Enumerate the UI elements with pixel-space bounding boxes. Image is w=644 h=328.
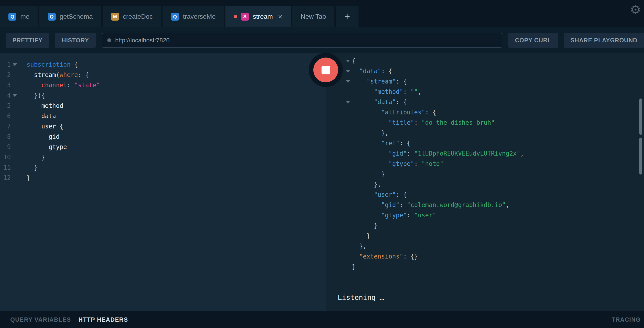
code-text: }){ bbox=[27, 90, 45, 101]
query-line: 12} bbox=[0, 173, 326, 183]
line-number: 2 bbox=[0, 70, 11, 80]
code-text: "method": "", bbox=[352, 87, 422, 97]
query-line: 10 } bbox=[0, 152, 326, 162]
fold-arrow-icon[interactable] bbox=[346, 70, 350, 73]
line-number: 6 bbox=[0, 111, 11, 121]
response-line: "user": { bbox=[326, 189, 644, 200]
tab-new-tab[interactable]: New Tab bbox=[292, 6, 334, 27]
response-line: "data": { bbox=[326, 97, 644, 107]
query-line: 3 channel: "state" bbox=[0, 80, 326, 90]
tab-label: traverseMe bbox=[183, 13, 216, 20]
endpoint-url-input[interactable]: http://localhost:7820 bbox=[115, 37, 170, 44]
code-text: "ref": { bbox=[352, 138, 410, 148]
tab-label: createDoc bbox=[123, 13, 153, 20]
code-text: "gid": "1lUDpfoREUKVEEudvLUTRivng2x", bbox=[352, 148, 524, 159]
copy-curl-button[interactable]: COPY CURL bbox=[508, 33, 558, 48]
fold-arrow-icon[interactable] bbox=[346, 80, 350, 83]
response-line: "attributes": { bbox=[326, 107, 644, 117]
code-text: "gid": "coleman.word@graphikdb.io", bbox=[352, 200, 509, 210]
response-pane: { "data": { "stream": { "method": "", "d… bbox=[326, 53, 644, 311]
query-line: 2 stream(where: { bbox=[0, 70, 326, 80]
query-badge-icon: Q bbox=[8, 13, 16, 21]
query-line: 11 } bbox=[0, 162, 326, 173]
code-text: }, bbox=[352, 241, 367, 251]
code-text: channel: "state" bbox=[27, 80, 100, 90]
tab-bar: QmeQgetSchemaMcreateDocQtraverseMeSstrea… bbox=[0, 0, 644, 27]
endpoint-dot-icon bbox=[107, 38, 111, 42]
response-line: "extensions": {} bbox=[326, 251, 644, 261]
response-line: "gid": "1lUDpfoREUKVEEudvLUTRivng2x", bbox=[326, 148, 644, 159]
line-number: 9 bbox=[0, 142, 11, 152]
tab-me[interactable]: Qme bbox=[0, 6, 38, 27]
code-text: } bbox=[352, 231, 370, 241]
line-number: 11 bbox=[0, 162, 11, 173]
fold-arrow-icon[interactable] bbox=[13, 94, 17, 97]
response-line: "ref": { bbox=[326, 138, 644, 148]
history-button[interactable]: HISTORY bbox=[55, 33, 96, 48]
bottom-bar: QUERY VARIABLES HTTP HEADERS TRACING bbox=[0, 311, 644, 328]
tab-stream[interactable]: Sstream× bbox=[226, 6, 291, 27]
query-editor-pane[interactable]: 1subscription {2 stream(where: {3 channe… bbox=[0, 53, 326, 311]
code-text: "extensions": {} bbox=[352, 251, 418, 261]
query-line: 7 user { bbox=[0, 121, 326, 132]
query-line: 9 gtype bbox=[0, 142, 326, 152]
code-text: "gtype": "user" bbox=[352, 210, 436, 220]
query-code: 1subscription {2 stream(where: {3 channe… bbox=[0, 60, 326, 183]
tab-createDoc[interactable]: McreateDoc bbox=[103, 6, 161, 27]
tab-traverseMe[interactable]: QtraverseMe bbox=[162, 6, 224, 27]
code-text: "user": { bbox=[352, 189, 407, 200]
query-line: 1subscription { bbox=[0, 60, 326, 70]
response-line: "stream": { bbox=[326, 76, 644, 87]
code-text: } bbox=[352, 261, 356, 272]
stop-button-circle[interactable] bbox=[313, 58, 338, 82]
response-line: "gid": "coleman.word@graphikdb.io", bbox=[326, 200, 644, 210]
response-line: "title": "do the dishes bruh" bbox=[326, 117, 644, 128]
code-text: } bbox=[27, 152, 45, 162]
fold-arrow-icon[interactable] bbox=[13, 63, 17, 66]
tab-getSchema[interactable]: QgetSchema bbox=[39, 6, 101, 27]
code-text: } bbox=[352, 169, 385, 179]
line-number: 7 bbox=[0, 121, 11, 132]
tab-list: QmeQgetSchemaMcreateDocQtraverseMeSstrea… bbox=[0, 6, 360, 27]
prettify-button[interactable]: PRETTIFY bbox=[6, 33, 49, 48]
listening-status: Listening … bbox=[338, 292, 644, 303]
tab-label: stream bbox=[253, 13, 273, 20]
query-badge-icon: Q bbox=[48, 13, 56, 21]
response-line: "data": { bbox=[326, 66, 644, 76]
scrollbar-thumb[interactable] bbox=[639, 138, 642, 175]
code-text: gtype bbox=[27, 142, 67, 152]
http-headers-tab[interactable]: HTTP HEADERS bbox=[78, 316, 128, 323]
response-line: } bbox=[326, 261, 644, 272]
mutation-badge-icon: M bbox=[111, 13, 119, 21]
fold-arrow-icon[interactable] bbox=[346, 101, 350, 103]
response-line: { bbox=[326, 56, 644, 66]
code-text: { bbox=[352, 56, 356, 66]
stop-icon bbox=[322, 66, 330, 74]
endpoint-url-bar[interactable]: http://localhost:7820 bbox=[102, 33, 502, 48]
code-text: "data": { bbox=[352, 66, 392, 76]
response-line: "gtype": "user" bbox=[326, 210, 644, 220]
share-playground-button[interactable]: SHARE PLAYGROUND bbox=[564, 33, 644, 48]
tracing-tab[interactable]: TRACING bbox=[612, 316, 641, 323]
response-json: { "data": { "stream": { "method": "", "d… bbox=[326, 56, 644, 272]
toolbar: PRETTIFY HISTORY http://localhost:7820 C… bbox=[0, 27, 644, 53]
line-number: 4 bbox=[0, 90, 11, 101]
line-number: 10 bbox=[0, 152, 11, 162]
line-number: 1 bbox=[0, 60, 11, 70]
query-line: 4 }){ bbox=[0, 90, 326, 101]
line-number: 8 bbox=[0, 132, 11, 142]
query-line: 6 data bbox=[0, 111, 326, 121]
unsaved-dot-icon bbox=[234, 15, 237, 18]
close-tab-icon[interactable]: × bbox=[278, 13, 282, 20]
fold-arrow-icon[interactable] bbox=[346, 60, 350, 62]
code-text: }, bbox=[352, 128, 389, 138]
scrollbar-thumb[interactable] bbox=[639, 99, 642, 135]
stop-subscription-button[interactable] bbox=[309, 53, 343, 87]
code-text: stream(where: { bbox=[27, 70, 89, 80]
query-variables-tab[interactable]: QUERY VARIABLES bbox=[10, 316, 71, 323]
code-text: "data": { bbox=[352, 97, 407, 107]
settings-gear-icon[interactable]: ⚙ bbox=[630, 3, 641, 16]
code-text: } bbox=[27, 173, 30, 183]
response-line: } bbox=[326, 220, 644, 231]
add-tab-button[interactable]: + bbox=[336, 6, 358, 27]
